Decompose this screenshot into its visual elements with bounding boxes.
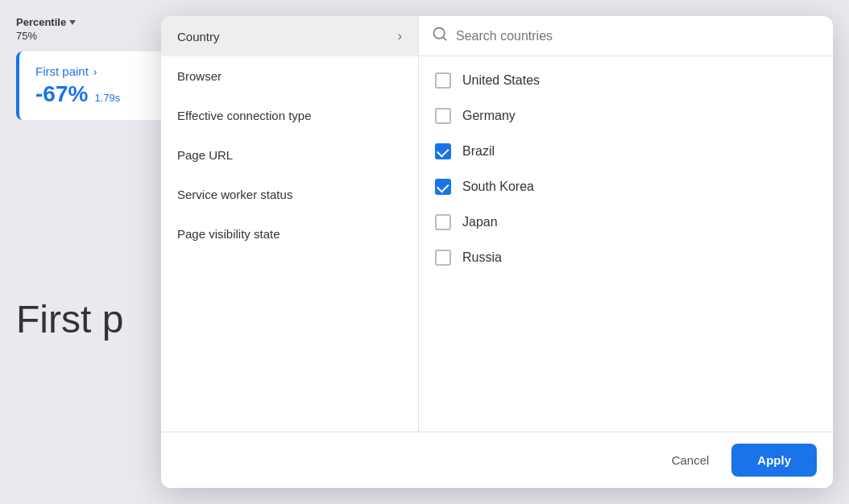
checkbox-germany[interactable] xyxy=(435,108,451,124)
search-icon xyxy=(432,26,448,46)
country-item-germany[interactable]: Germany xyxy=(419,98,833,134)
menu-item-visibility[interactable]: Page visibility state xyxy=(161,214,418,254)
cancel-button[interactable]: Cancel xyxy=(659,445,723,475)
search-bar xyxy=(419,16,833,56)
percentile-text: Percentile xyxy=(16,16,66,28)
checkbox-russia[interactable] xyxy=(435,250,451,266)
checkbox-southkorea[interactable] xyxy=(435,179,451,195)
menu-item-serviceworker[interactable]: Service worker status xyxy=(161,175,418,214)
menu-item-browser-label: Browser xyxy=(177,69,222,83)
apply-button[interactable]: Apply xyxy=(731,444,817,477)
menu-item-connection-label: Effective connection type xyxy=(177,109,312,122)
country-name-southkorea: South Korea xyxy=(462,180,534,194)
filter-modal: Country › Browser Effective connection t… xyxy=(161,16,833,488)
country-name-us: United States xyxy=(462,73,540,88)
menu-item-serviceworker-label: Service worker status xyxy=(177,188,292,201)
country-name-brazil: Brazil xyxy=(462,144,495,159)
modal-body: Country › Browser Effective connection t… xyxy=(161,16,833,432)
menu-item-connection[interactable]: Effective connection type xyxy=(161,96,418,135)
first-paint-title: First paint › xyxy=(35,64,169,78)
countries-list: United States Germany Brazil South Korea… xyxy=(419,56,833,432)
country-name-russia: Russia xyxy=(462,250,502,265)
percentile-chevron-icon xyxy=(69,20,76,25)
country-name-germany: Germany xyxy=(462,109,516,123)
country-name-japan: Japan xyxy=(462,215,498,229)
first-paint-arrow-icon: › xyxy=(93,65,97,78)
modal-footer: Cancel Apply xyxy=(161,432,833,488)
chevron-right-icon: › xyxy=(398,29,402,43)
checkbox-japan[interactable] xyxy=(435,214,451,230)
menu-item-country-label: Country xyxy=(177,30,220,43)
checkbox-us[interactable] xyxy=(435,72,451,89)
country-item-brazil[interactable]: Brazil xyxy=(419,134,833,169)
country-item-russia[interactable]: Russia xyxy=(419,240,833,275)
country-item-japan[interactable]: Japan xyxy=(419,204,833,240)
left-menu-panel: Country › Browser Effective connection t… xyxy=(161,16,419,432)
svg-line-1 xyxy=(443,37,446,40)
first-paint-sub: 1.79s xyxy=(94,92,120,104)
menu-item-browser[interactable]: Browser xyxy=(161,56,418,96)
menu-item-pageurl-label: Page URL xyxy=(177,148,233,162)
menu-item-pageurl[interactable]: Page URL xyxy=(161,135,418,175)
menu-item-visibility-label: Page visibility state xyxy=(177,227,280,241)
menu-item-country[interactable]: Country › xyxy=(161,16,418,56)
checkbox-brazil[interactable] xyxy=(435,143,451,159)
country-item-us[interactable]: United States xyxy=(419,63,833,98)
country-item-southkorea[interactable]: South Korea xyxy=(419,169,833,204)
first-paint-card: First paint › -67% 1.79s xyxy=(16,52,185,120)
first-paint-label: First paint xyxy=(35,64,89,78)
search-input[interactable] xyxy=(456,29,820,43)
right-panel: United States Germany Brazil South Korea… xyxy=(419,16,833,432)
first-paint-change: -67% xyxy=(35,81,88,107)
